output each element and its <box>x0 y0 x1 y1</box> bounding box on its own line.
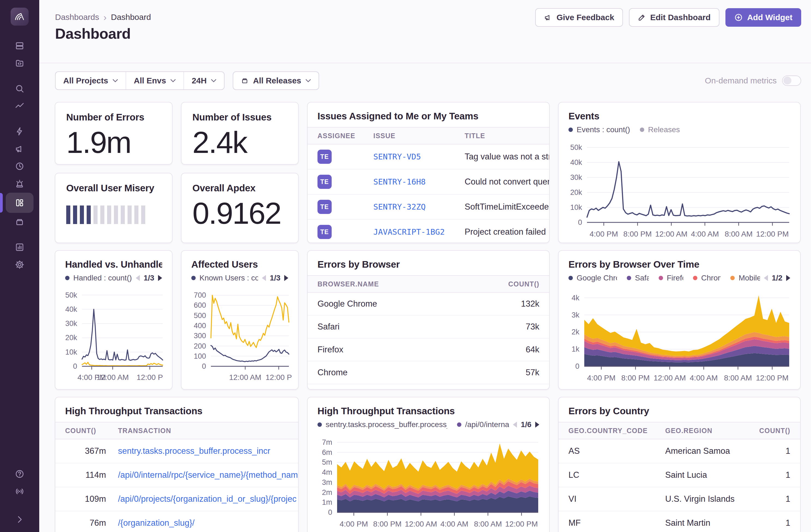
sidebar-item-broadcast[interactable] <box>6 483 33 500</box>
sidebar-item-issues[interactable] <box>6 37 33 54</box>
svg-text:12:00 PM: 12:00 PM <box>505 520 538 528</box>
assignee-avatar[interactable]: TE <box>318 150 332 164</box>
table-row: 114m/api/0/internal/rpc/{service_name}/{… <box>55 463 298 487</box>
pager-next-arrow[interactable] <box>158 275 162 281</box>
table-cell: SoftTimeLimitExceeded <box>465 202 549 212</box>
sidebar-item-feedback[interactable] <box>6 140 33 157</box>
transaction-link[interactable]: /api/0/projects/{organization_id_or_slug… <box>118 494 296 504</box>
page-title: Dashboard <box>55 25 131 42</box>
table-cell: Saint Lucia <box>665 470 707 480</box>
legend-item[interactable]: Events : count() <box>568 125 630 134</box>
legend-dot <box>191 276 196 280</box>
on-demand-metrics-label: On-demand metrics <box>705 76 777 85</box>
misery-bar-segment <box>66 206 70 224</box>
edit-dashboard-button[interactable]: Edit Dashboard <box>629 8 719 27</box>
svg-text:300: 300 <box>194 332 206 340</box>
give-feedback-button[interactable]: Give Feedback <box>535 8 623 27</box>
svg-text:8:00 AM: 8:00 AM <box>474 520 502 528</box>
table-cell: U.S. Virgin Islands <box>665 494 734 504</box>
sidebar-item-releases[interactable] <box>6 213 33 230</box>
legend-item[interactable]: sentry.tasks.process_buffer.process_incr <box>318 420 447 429</box>
sidebar-item-replays[interactable] <box>6 158 33 175</box>
issues-assigned-table: ASSIGNEEISSUETITLETESENTRY-VD5Tag value … <box>308 127 549 243</box>
table-row: Firefox64k <box>308 338 549 361</box>
transaction-link[interactable]: sentry.tasks.process_buffer.process_incr <box>118 446 270 456</box>
sidebar-item-settings[interactable] <box>6 256 33 273</box>
releases-filter[interactable]: All Releases <box>233 72 319 89</box>
table-row: TESENTRY-VD5Tag value was not a strin <box>308 145 549 169</box>
svg-text:4:00 AM: 4:00 AM <box>691 230 719 238</box>
sidebar-item-alerts[interactable] <box>6 175 33 192</box>
sentry-logo[interactable] <box>11 7 29 26</box>
misery-bar-segment <box>121 206 125 224</box>
legend-item[interactable]: Chrome <box>693 274 720 282</box>
widget-title: Number of Issues <box>193 112 287 123</box>
pager-prev-arrow[interactable] <box>513 422 517 428</box>
table-row: ASAmerican Samoa1 <box>558 439 800 463</box>
issue-link[interactable]: JAVASCRIPT-1BG2 <box>373 227 445 237</box>
legend-item[interactable]: Mobile S <box>730 274 760 282</box>
sidebar-item-stats[interactable] <box>6 239 33 256</box>
legend-dot <box>730 276 735 280</box>
table-cell: 1 <box>786 494 790 504</box>
toggle-knob <box>783 77 791 85</box>
column-header: BROWSER.NAME <box>318 280 495 288</box>
sidebar-item-dashboards[interactable] <box>6 193 33 213</box>
transaction-link[interactable]: /{organization_slug}/ <box>118 518 195 528</box>
svg-text:2m: 2m <box>322 488 332 497</box>
sidebar-item-explore[interactable] <box>6 97 33 115</box>
sidebar-item-collapse[interactable] <box>6 511 33 528</box>
table-header: BROWSER.NAMECOUNT() <box>308 275 549 293</box>
pager-next-arrow[interactable] <box>535 422 539 428</box>
pager-prev-arrow[interactable] <box>764 275 768 281</box>
widget-overall-user-misery: Overall User Misery <box>55 173 172 243</box>
table-cell: 114m <box>86 470 106 480</box>
affected-users-chart: 010020030040050060070012:00 AM12:00 P <box>188 289 293 385</box>
assignee-avatar[interactable]: TE <box>318 175 332 189</box>
errors-by-browser-over-time-chart: 01k2k3k4k4:00 PM8:00 PM12:00 AM4:00 AM8:… <box>565 289 795 386</box>
stat-column-1: Number of Errors 1.9m Overall User Miser… <box>55 102 172 243</box>
time-range-filter[interactable]: 24H <box>183 72 224 89</box>
issue-link[interactable]: SENTRY-VD5 <box>373 152 421 161</box>
legend-dot <box>568 127 573 132</box>
pager-prev-arrow[interactable] <box>262 275 266 281</box>
sidebar-item-search[interactable] <box>6 80 33 97</box>
table-cell: 367m <box>85 446 106 456</box>
transaction-link[interactable]: /api/0/internal/rpc/{service_name}/{meth… <box>118 470 298 480</box>
pager-next-arrow[interactable] <box>786 275 790 281</box>
on-demand-metrics-toggle[interactable] <box>782 76 801 86</box>
pager-prev-arrow[interactable] <box>136 275 140 281</box>
project-filter[interactable]: All Projects <box>56 72 126 89</box>
sidebar-item-projects[interactable] <box>6 55 33 72</box>
misery-bar-segment <box>127 206 132 224</box>
svg-text:8:00 PM: 8:00 PM <box>623 230 652 238</box>
stat-column-2: Number of Issues 2.4k Overall Apdex 0.91… <box>181 102 299 243</box>
column-header: TRANSACTION <box>106 427 298 435</box>
svg-text:3k: 3k <box>571 311 579 319</box>
issue-link[interactable]: SENTRY-32ZQ <box>373 202 426 212</box>
svg-text:10k: 10k <box>570 203 582 212</box>
assignee-avatar[interactable]: TE <box>318 200 332 214</box>
environment-filter[interactable]: All Envs <box>126 72 183 89</box>
legend-item[interactable]: Known Users : cour <box>191 274 258 282</box>
legend-item[interactable]: Firefox <box>659 274 683 282</box>
add-widget-button[interactable]: Add Widget <box>725 8 801 27</box>
table-cell: 1 <box>786 446 790 456</box>
breadcrumb-dashboards-link[interactable]: Dashboards <box>55 13 99 22</box>
issue-link[interactable]: SENTRY-16H8 <box>373 177 426 186</box>
legend-item[interactable]: Google Chrome <box>568 274 617 282</box>
legend-item[interactable]: /api/0/internal/r <box>457 420 509 429</box>
pager-next-arrow[interactable] <box>284 275 288 281</box>
table-cell: VI <box>568 494 576 504</box>
legend-item[interactable]: Handled : count() <box>65 274 132 282</box>
legend-item[interactable]: Safari <box>627 274 649 282</box>
sidebar-item-help[interactable] <box>6 466 33 482</box>
svg-text:12:00 AM: 12:00 AM <box>405 520 437 528</box>
table-row: Google Chrome132k <box>308 293 549 316</box>
issues-icon <box>15 41 25 51</box>
assignee-avatar[interactable]: TE <box>318 225 332 239</box>
svg-text:4k: 4k <box>571 294 579 302</box>
legend-item[interactable]: Releases <box>640 125 680 134</box>
chevron-down-icon <box>211 79 216 82</box>
sidebar-item-performance[interactable] <box>6 123 33 140</box>
